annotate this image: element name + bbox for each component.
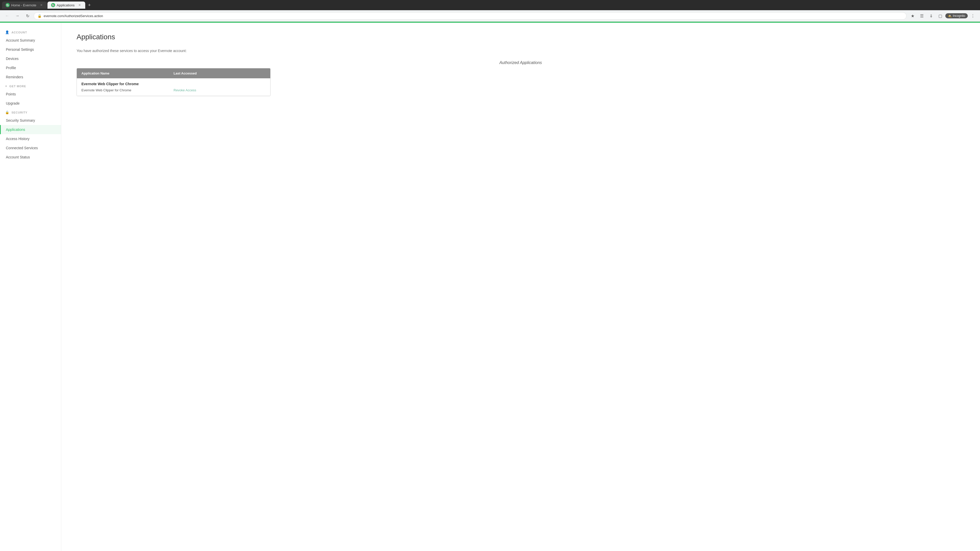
app-row-title: Evernote Web Clipper for Chrome [77, 78, 270, 87]
sidebar-item-devices[interactable]: Devices [0, 54, 61, 63]
sidebar-toggle-button[interactable]: ▢ [936, 12, 944, 20]
tab-home-label: Home - Evernote [11, 3, 36, 7]
table-header: Application Name Last Accessed [77, 68, 270, 78]
tab-bar: 🐘 Home - Evernote ✕ 🐘 Applications ✕ + [0, 0, 980, 10]
sidebar-account-label: ACCOUNT [11, 31, 27, 34]
address-text: evernote.com/AuthorizedServices.action [44, 14, 903, 18]
tab-home-close[interactable]: ✕ [39, 3, 43, 7]
sidebar-item-personal-settings[interactable]: Personal Settings [0, 45, 61, 54]
tab-applications-close[interactable]: ✕ [78, 3, 82, 7]
forward-button[interactable]: → [13, 12, 21, 20]
tab-home-icon: 🐘 [6, 3, 10, 7]
sidebar-item-reminders[interactable]: Reminders [0, 73, 61, 82]
sidebar: 👤 ACCOUNT Account Summary Personal Setti… [0, 23, 61, 551]
main-content: Applications You have authorized these s… [61, 23, 980, 551]
sidebar-item-security-summary[interactable]: Security Summary [0, 116, 61, 125]
applications-table: Application Name Last Accessed Evernote … [76, 68, 270, 96]
download-button[interactable]: ⇓ [927, 12, 935, 20]
tab-home[interactable]: 🐘 Home - Evernote ✕ [2, 2, 47, 9]
extensions-button[interactable]: ☰ [918, 12, 926, 20]
sidebar-item-applications[interactable]: Applications [0, 125, 61, 134]
sidebar-item-upgrade[interactable]: Upgrade [0, 99, 61, 108]
revoke-access-button[interactable]: Revoke Access [173, 88, 196, 92]
sidebar-item-points[interactable]: Points [0, 89, 61, 99]
col-header-name: Application Name [81, 71, 173, 75]
new-tab-button[interactable]: + [86, 2, 93, 9]
sidebar-section-account: 👤 ACCOUNT [0, 28, 61, 36]
incognito-badge[interactable]: 🕵 Incognito [945, 13, 968, 18]
table-section-title: Authorized Applications [76, 60, 965, 65]
tab-applications-label: Applications [57, 3, 75, 7]
sidebar-item-access-history[interactable]: Access History [0, 134, 61, 143]
nav-actions: ★ ☰ ⇓ ▢ 🕵 Incognito ⋮ [908, 12, 977, 20]
tab-strip: 🐘 Home - Evernote ✕ 🐘 Applications ✕ + [2, 2, 93, 9]
incognito-label: Incognito [953, 14, 965, 17]
content-wrapper: 👤 ACCOUNT Account Summary Personal Setti… [0, 23, 980, 551]
sidebar-security-label: SECURITY [11, 111, 27, 114]
browser-chrome: 🐘 Home - Evernote ✕ 🐘 Applications ✕ + ←… [0, 0, 980, 22]
incognito-icon: 🕵 [948, 14, 952, 17]
menu-button[interactable]: ⋮ [969, 12, 977, 20]
address-bar[interactable]: 🔒 evernote.com/AuthorizedServices.action [34, 12, 907, 20]
bookmark-button[interactable]: ★ [908, 12, 917, 20]
lock-icon: 🔒 [5, 110, 10, 114]
tab-applications-icon: 🐘 [51, 3, 55, 7]
page-subtitle: You have authorized these services to ac… [76, 49, 965, 53]
table-row: Evernote Web Clipper for Chrome Evernote… [77, 78, 270, 96]
revoke-access-cell: Revoke Access [173, 88, 266, 92]
page-title: Applications [76, 33, 965, 41]
account-icon: 👤 [5, 30, 10, 34]
sidebar-get-more-label: GET MORE [9, 85, 26, 88]
col-header-accessed: Last Accessed [173, 71, 266, 75]
address-lock-icon: 🔒 [38, 14, 41, 18]
sidebar-section-security: 🔒 SECURITY [0, 108, 61, 116]
sidebar-section-get-more: + GET MORE [0, 82, 61, 89]
reload-button[interactable]: ↻ [24, 12, 32, 20]
get-more-icon: + [5, 84, 7, 88]
sidebar-item-profile[interactable]: Profile [0, 63, 61, 73]
sidebar-item-connected-services[interactable]: Connected Services [0, 143, 61, 152]
nav-bar: ← → ↻ 🔒 evernote.com/AuthorizedServices.… [0, 10, 980, 22]
back-button[interactable]: ← [3, 12, 11, 20]
sidebar-item-account-status[interactable]: Account Status [0, 152, 61, 162]
sidebar-item-account-summary[interactable]: Account Summary [0, 36, 61, 45]
app-name: Evernote Web Clipper for Chrome [81, 88, 173, 92]
app-row-details: Evernote Web Clipper for Chrome Revoke A… [77, 87, 270, 96]
tab-applications[interactable]: 🐘 Applications ✕ [48, 2, 85, 9]
page-layout: 👤 ACCOUNT Account Summary Personal Setti… [0, 23, 980, 551]
